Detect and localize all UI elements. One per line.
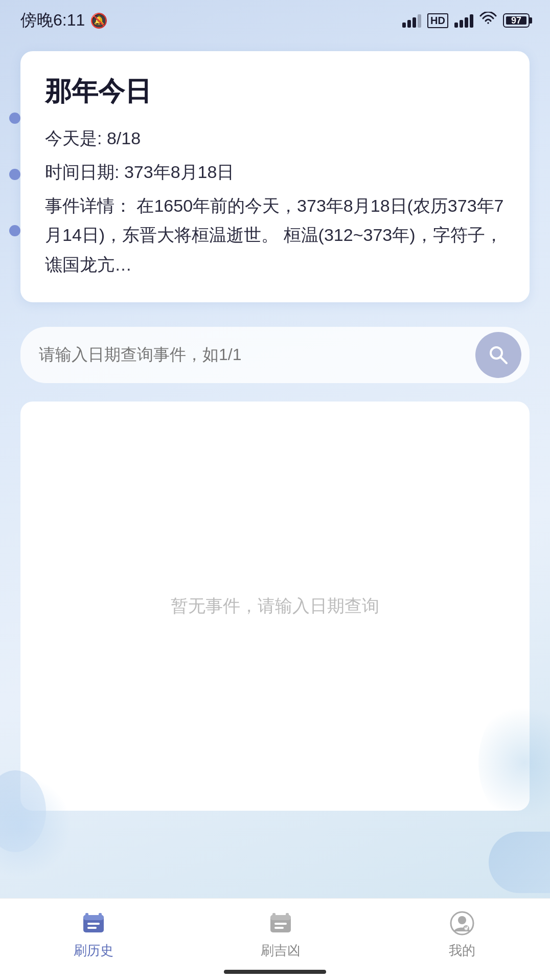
date-line: 时间日期: 373年8月18日 xyxy=(45,158,505,187)
today-label: 今天是: xyxy=(45,128,102,148)
nav-item-fortune[interactable]: 刷吉凶 xyxy=(250,909,311,960)
search-icon xyxy=(487,344,510,366)
deco-circle-right xyxy=(489,832,550,893)
home-indicator xyxy=(224,970,326,974)
detail-label: 事件详情： xyxy=(45,196,132,215)
card-handle-2 xyxy=(9,169,20,180)
svg-rect-7 xyxy=(99,913,102,918)
today-value: 8/18 xyxy=(107,128,141,148)
battery-level: 97 xyxy=(511,15,521,26)
hd-badge: HD xyxy=(427,13,448,28)
bottom-nav: 刷历史 刷吉凶 我的 xyxy=(0,898,550,980)
nav-label-profile: 我的 xyxy=(449,942,475,960)
date-value: 373年8月18日 xyxy=(124,162,234,182)
nav-item-profile[interactable]: 我的 xyxy=(438,909,487,960)
search-input[interactable] xyxy=(39,345,467,364)
svg-rect-5 xyxy=(87,927,97,929)
notification-icon: 🔕 xyxy=(90,12,108,29)
deco-circle-left xyxy=(0,770,46,852)
battery-icon: 97 xyxy=(503,13,530,28)
history-card: 那年今日 今天是: 8/18 时间日期: 373年8月18日 事件详情： 在16… xyxy=(20,51,530,302)
time-text: 傍晚6:11 xyxy=(20,9,85,32)
card-handle-1 xyxy=(9,113,20,124)
empty-text: 暂无事件，请输入日期查询 xyxy=(171,594,379,618)
svg-rect-13 xyxy=(286,913,289,918)
detail-line: 事件详情： 在1650年前的今天，373年8月18日(农历373年7月14日)，… xyxy=(45,191,505,280)
signal-icon-2 xyxy=(454,13,473,28)
signal-icon xyxy=(402,13,421,28)
history-nav-icon xyxy=(79,909,108,938)
svg-rect-10 xyxy=(274,923,287,925)
search-container xyxy=(20,327,530,383)
svg-line-1 xyxy=(500,357,507,363)
results-area: 暂无事件，请输入日期查询 xyxy=(20,402,530,811)
status-bar: 傍晚6:11 🔕 HD 97 xyxy=(0,0,550,41)
wifi-icon xyxy=(479,12,497,30)
svg-rect-6 xyxy=(85,913,88,918)
nav-label-history: 刷历史 xyxy=(74,942,113,960)
svg-rect-4 xyxy=(87,923,100,925)
status-time: 傍晚6:11 🔕 xyxy=(20,9,108,32)
card-handle-3 xyxy=(9,225,20,236)
svg-point-15 xyxy=(458,916,466,924)
search-button[interactable] xyxy=(475,332,521,378)
nav-item-history[interactable]: 刷历史 xyxy=(63,909,124,960)
nav-label-fortune: 刷吉凶 xyxy=(261,942,301,960)
svg-rect-11 xyxy=(274,927,284,929)
status-icons: HD 97 xyxy=(402,12,530,30)
profile-nav-icon xyxy=(448,909,476,938)
today-line: 今天是: 8/18 xyxy=(45,124,505,153)
main-content: 那年今日 今天是: 8/18 时间日期: 373年8月18日 事件详情： 在16… xyxy=(0,41,550,821)
svg-rect-12 xyxy=(272,913,276,918)
fortune-nav-icon xyxy=(266,909,295,938)
card-title: 那年今日 xyxy=(45,74,505,109)
date-label: 时间日期: xyxy=(45,162,119,182)
